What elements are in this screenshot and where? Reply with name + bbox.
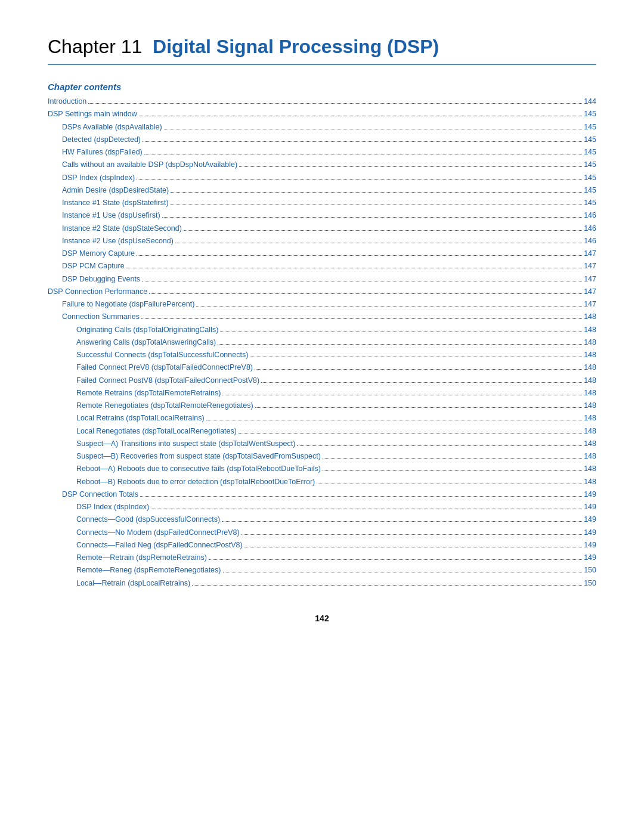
toc-entry-text: Calls without an available DSP (dspDspNo… bbox=[62, 159, 237, 171]
toc-entry-text: Instance #2 Use (dspUseSecond) bbox=[62, 235, 174, 247]
toc-entry-dots bbox=[164, 129, 582, 129]
toc-entry-text: Remote Renegotiates (dspTotalRemoteReneg… bbox=[76, 400, 253, 412]
toc-entry-dots bbox=[209, 559, 582, 560]
toc-entry: Connection Summaries148 bbox=[48, 311, 596, 323]
toc-entry-page: 144 bbox=[584, 95, 596, 108]
toc-entry-text: Suspect—A) Transitions into suspect stat… bbox=[76, 438, 295, 450]
toc-entry-dots bbox=[184, 230, 582, 231]
toc-entry-text: Local—Retrain (dspLocalRetrains) bbox=[76, 577, 190, 590]
toc-entry: Local Retrains (dspTotalLocalRetrains)14… bbox=[48, 412, 596, 425]
toc-entry-text: Reboot—A) Reboots due to consecutive fai… bbox=[76, 463, 321, 475]
toc-entry-dots bbox=[88, 103, 582, 104]
toc-entry-text: DSP Index (dspIndex) bbox=[62, 172, 135, 184]
toc-entry-page: 145 bbox=[584, 134, 596, 146]
toc-entry-dots bbox=[143, 141, 582, 142]
toc-entry-page: 148 bbox=[584, 463, 596, 475]
toc-entry-page: 149 bbox=[584, 552, 596, 564]
toc-entry-page: 148 bbox=[584, 425, 596, 438]
toc-entry-dots bbox=[255, 369, 582, 370]
toc-entry-page: 148 bbox=[584, 400, 596, 412]
toc-entry: Calls without an available DSP (dspDspNo… bbox=[48, 159, 596, 171]
toc-entry: Introduction144 bbox=[48, 95, 596, 108]
toc-entry-dots bbox=[255, 407, 582, 408]
toc-entry-page: 150 bbox=[584, 577, 596, 590]
toc-entry-text: Admin Desire (dspDesiredState) bbox=[62, 184, 169, 197]
toc-entry: Reboot—B) Reboots due to error detection… bbox=[48, 476, 596, 488]
toc-entry: DSP Settings main window145 bbox=[48, 108, 596, 120]
toc-entry-dots bbox=[239, 166, 582, 167]
toc-entry-text: Local Renegotiates (dspTotalLocalRenegot… bbox=[76, 425, 237, 438]
toc-entry-text: DSP Settings main window bbox=[48, 108, 137, 120]
toc-entry-dots bbox=[151, 509, 582, 509]
toc-entry-text: Connects—Failed Neg (dspFailedConnectPos… bbox=[76, 539, 243, 552]
toc-entry: Instance #2 Use (dspUseSecond)146 bbox=[48, 235, 596, 247]
toc-entry: Suspect—A) Transitions into suspect stat… bbox=[48, 438, 596, 450]
toc-entry-page: 148 bbox=[584, 412, 596, 425]
chapter-title-bold: Digital Signal Processing (DSP) bbox=[153, 36, 439, 57]
toc-entry: Instance #1 Use (dspUsefirst)146 bbox=[48, 209, 596, 222]
toc-entry-page: 145 bbox=[584, 146, 596, 159]
toc-entry-text: Connects—Good (dspSuccessfulConnects) bbox=[76, 513, 220, 526]
toc-entry-dots bbox=[222, 521, 582, 522]
toc-entry-dots bbox=[250, 357, 582, 357]
toc-entry-text: Connection Summaries bbox=[62, 311, 140, 323]
toc-entry-dots bbox=[244, 547, 583, 547]
toc-entry-dots bbox=[175, 243, 582, 243]
toc-entry-page: 148 bbox=[584, 438, 596, 450]
table-of-contents: Introduction144DSP Settings main window1… bbox=[48, 95, 596, 590]
toc-entry-dots bbox=[261, 382, 582, 383]
page-number: 142 bbox=[48, 614, 596, 623]
toc-entry-dots bbox=[223, 572, 583, 572]
toc-entry-page: 147 bbox=[584, 247, 596, 260]
toc-entry-dots bbox=[206, 420, 582, 420]
toc-entry: Remote Retrains (dspTotalRemoteRetrains)… bbox=[48, 387, 596, 400]
toc-entry-text: Suspect—B) Recoveries from suspect state… bbox=[76, 450, 321, 463]
toc-entry-page: 148 bbox=[584, 311, 596, 323]
toc-entry-text: DSPs Available (dspAvailable) bbox=[62, 121, 162, 134]
chapter-number: Chapter 11 bbox=[48, 36, 142, 57]
toc-entry-page: 147 bbox=[584, 298, 596, 311]
toc-entry-page: 145 bbox=[584, 159, 596, 171]
toc-entry-text: Remote Retrains (dspTotalRemoteRetrains) bbox=[76, 387, 221, 400]
toc-entry: Detected (dspDetected)145 bbox=[48, 134, 596, 146]
toc-entry-text: Instance #2 State (dspStateSecond) bbox=[62, 222, 182, 235]
toc-entry-page: 146 bbox=[584, 235, 596, 247]
toc-entry-dots bbox=[239, 433, 582, 433]
toc-entry-dots bbox=[140, 496, 582, 497]
toc-entry-page: 148 bbox=[584, 349, 596, 361]
toc-entry: Local—Retrain (dspLocalRetrains)150 bbox=[48, 577, 596, 590]
toc-entry-dots bbox=[171, 205, 583, 205]
chapter-contents-heading: Chapter contents bbox=[48, 82, 596, 92]
toc-entry: HW Failures (dspFailed)145 bbox=[48, 146, 596, 159]
toc-entry: Failed Connect PostV8 (dspTotalFailedCon… bbox=[48, 374, 596, 387]
toc-entry-text: DSP Connection Totals bbox=[62, 488, 138, 501]
chapter-title: Chapter 11 Digital Signal Processing (DS… bbox=[48, 36, 596, 65]
toc-entry: DSP Index (dspIndex)145 bbox=[48, 172, 596, 184]
toc-entry-text: DSP Connection Performance bbox=[48, 286, 147, 298]
toc-entry-text: DSP Index (dspIndex) bbox=[76, 501, 149, 513]
toc-entry-page: 145 bbox=[584, 184, 596, 197]
toc-entry-text: Remote—Reneg (dspRemoteRenegotiates) bbox=[76, 564, 221, 577]
toc-entry-dots bbox=[323, 458, 582, 459]
toc-entry-dots bbox=[149, 293, 582, 294]
toc-entry-text: Failed Connect PostV8 (dspTotalFailedCon… bbox=[76, 374, 259, 387]
toc-entry-page: 148 bbox=[584, 361, 596, 374]
toc-entry-text: Connects—No Modem (dspFailedConnectPreV8… bbox=[76, 527, 240, 539]
toc-entry-page: 147 bbox=[584, 273, 596, 286]
toc-entry-dots bbox=[317, 484, 582, 484]
toc-entry: Remote—Reneg (dspRemoteRenegotiates)150 bbox=[48, 564, 596, 577]
toc-entry-dots bbox=[323, 470, 582, 471]
toc-entry: Connects—Good (dspSuccessfulConnects)149 bbox=[48, 513, 596, 526]
toc-entry: Answering Calls (dspTotalAnsweringCalls)… bbox=[48, 336, 596, 349]
toc-entry-text: DSP PCM Capture bbox=[62, 260, 125, 272]
toc-entry: Connects—Failed Neg (dspFailedConnectPos… bbox=[48, 539, 596, 552]
toc-entry-text: Local Retrains (dspTotalLocalRetrains) bbox=[76, 412, 205, 425]
toc-entry: Failed Connect PreV8 (dspTotalFailedConn… bbox=[48, 361, 596, 374]
toc-entry: DSP Memory Capture147 bbox=[48, 247, 596, 260]
toc-entry-dots bbox=[192, 585, 582, 586]
toc-entry-dots bbox=[137, 255, 582, 256]
toc-entry: Remote—Retrain (dspRemoteRetrains)149 bbox=[48, 552, 596, 564]
toc-entry-text: HW Failures (dspFailed) bbox=[62, 146, 143, 159]
toc-entry-page: 145 bbox=[584, 108, 596, 120]
toc-entry-page: 148 bbox=[584, 336, 596, 349]
